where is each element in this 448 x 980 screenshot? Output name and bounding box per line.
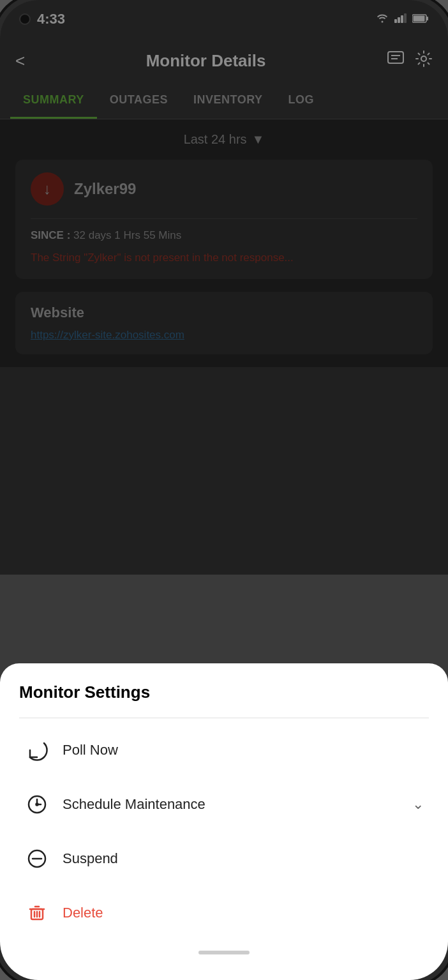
refresh-icon — [24, 737, 50, 763]
svg-rect-5 — [426, 17, 428, 20]
svg-rect-0 — [394, 19, 397, 23]
settings-gear-icon[interactable] — [415, 50, 433, 72]
main-content: Last 24 hrs ▼ ↓ Zylker99 SINCE : 32 days… — [0, 119, 448, 367]
status-bar-left: 4:33 — [19, 11, 65, 27]
chat-bubble-icon[interactable] — [387, 50, 405, 71]
page-title: Monitor Details — [146, 51, 266, 71]
website-url-link[interactable]: https://zylker-site.zohosites.com — [31, 329, 184, 341]
svg-rect-3 — [404, 13, 407, 23]
schedule-maintenance-item[interactable]: Schedule Maintenance ⌄ — [19, 778, 429, 832]
schedule-maintenance-label: Schedule Maintenance — [63, 796, 399, 813]
wifi-icon — [375, 13, 389, 26]
sheet-title: Monitor Settings — [19, 682, 429, 702]
phone-frame: 4:33 — [0, 0, 448, 980]
card-divider — [31, 218, 417, 219]
time-filter: Last 24 hrs ▼ — [15, 132, 433, 147]
poll-now-item[interactable]: Poll Now — [19, 723, 429, 778]
status-bar-right — [375, 13, 429, 26]
tab-outages[interactable]: OUTAGES — [97, 83, 181, 119]
delete-label: Delete — [63, 905, 424, 921]
since-label: SINCE : — [31, 229, 70, 241]
monitor-name: Zylker99 — [74, 180, 136, 198]
since-value: 32 days 1 Hrs 55 Mins — [73, 229, 181, 241]
website-label: Website — [31, 305, 417, 321]
clock-icon — [24, 792, 50, 817]
svg-point-10 — [421, 56, 426, 61]
svg-point-14 — [36, 804, 38, 806]
tab-summary[interactable]: SUMMARY — [10, 83, 97, 119]
nav-icons — [387, 50, 433, 72]
chevron-down-icon: ⌄ — [412, 796, 424, 813]
monitor-status-card: ↓ Zylker99 SINCE : 32 days 1 Hrs 55 Mins… — [15, 160, 433, 279]
svg-rect-2 — [401, 15, 403, 23]
tab-inventory[interactable]: INVENTORY — [181, 83, 276, 119]
poll-now-label: Poll Now — [63, 742, 424, 758]
suspend-item[interactable]: Suspend — [19, 832, 429, 886]
since-row: SINCE : 32 days 1 Hrs 55 Mins — [31, 229, 417, 242]
back-button[interactable]: < — [15, 51, 25, 71]
error-message: The String "Zylker" is not present in th… — [31, 250, 417, 266]
delete-item[interactable]: Delete — [19, 886, 429, 940]
sheet-divider — [19, 718, 429, 718]
suspend-label: Suspend — [63, 850, 424, 867]
signal-bars-icon — [394, 13, 407, 26]
sheet-drag-handle — [198, 951, 250, 954]
svg-rect-1 — [398, 17, 400, 23]
svg-rect-6 — [414, 15, 425, 21]
svg-rect-7 — [388, 52, 403, 63]
status-time: 4:33 — [37, 11, 65, 27]
tab-bar: SUMMARY OUTAGES INVENTORY LOG — [0, 83, 448, 119]
battery-icon — [412, 13, 429, 26]
bottom-sheet: Monitor Settings Poll Now — [0, 663, 448, 980]
time-filter-button[interactable]: Last 24 hrs ▼ — [184, 132, 265, 147]
status-down-icon: ↓ — [31, 172, 64, 206]
tab-log[interactable]: LOG — [276, 83, 327, 119]
minus-circle-icon — [24, 846, 50, 871]
trash-icon — [24, 900, 50, 926]
status-bar: 4:33 — [0, 0, 448, 38]
camera-dot — [19, 13, 31, 25]
monitor-header: ↓ Zylker99 — [31, 172, 417, 206]
phone-screen: 4:33 — [0, 0, 448, 980]
top-nav: < Monitor Details — [0, 38, 448, 83]
website-card: Website https://zylker-site.zohosites.co… — [15, 292, 433, 354]
